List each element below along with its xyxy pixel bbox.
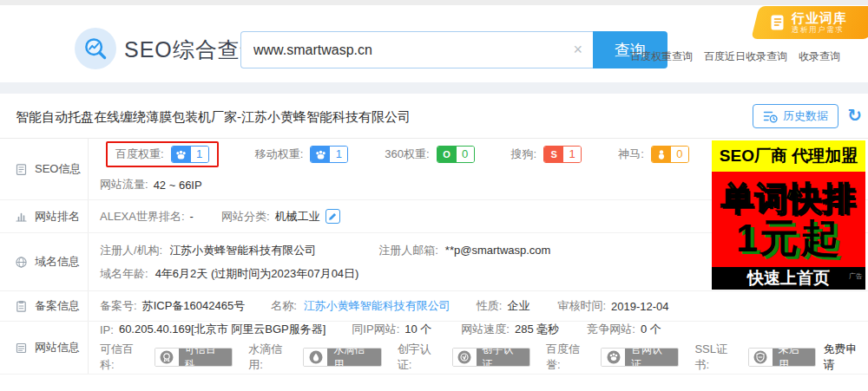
water-drop-credit-badge[interactable]: 水滴信用: [303, 348, 381, 367]
traffic-label: 网站流量:: [100, 177, 148, 192]
baidu-official-cert-badge[interactable]: 官网认证: [601, 348, 679, 367]
weight-value: 1: [563, 147, 581, 162]
search-input[interactable]: [240, 31, 593, 68]
section-divider-band: [0, 82, 868, 94]
cert-label: 水滴信用:: [248, 342, 296, 373]
ssl-shield-icon: [749, 349, 773, 366]
ad-line4-bar: 快速上首页 广告: [712, 267, 865, 290]
refresh-icon[interactable]: ↻: [847, 105, 862, 126]
sidebar-item-icp-info[interactable]: 备案信息: [0, 291, 89, 321]
header: SEO综合查询 × 查询 百度权重查询 百度近日收录查询 收录查询 行业词库: [0, 5, 868, 82]
search-input-wrap: ×: [240, 31, 593, 68]
link-baidu-recent-index-query[interactable]: 百度近日收录查询: [704, 49, 787, 64]
alexa-value: -: [190, 210, 194, 223]
ad-tag: 广告: [849, 265, 863, 288]
same-ip-label: 同IP网站:: [352, 322, 399, 337]
icp-audit-label: 审核时间:: [557, 298, 606, 314]
document-icon: [15, 163, 28, 176]
sidebar-item-site-rank[interactable]: 网站排名: [0, 200, 89, 232]
ribbon-title: 行业词库: [792, 10, 847, 25]
competitor-label: 竞争网站:: [587, 322, 635, 337]
icp-audit-value: 2019-12-04: [611, 300, 669, 313]
weight-label: 搜狗:: [511, 147, 537, 162]
cert-trusted-baike: 可信百科: 可信百科: [100, 342, 233, 373]
cert-label: 百度信誉:: [546, 342, 594, 373]
360-weight-badge[interactable]: O 0: [437, 146, 475, 163]
link-index-query[interactable]: 收录查询: [799, 49, 840, 64]
sidebar-item-site-info[interactable]: 网站信息: [0, 322, 89, 374]
sogou-weight-badge[interactable]: S 1: [543, 146, 582, 163]
baidu-weight-badge[interactable]: 1: [171, 146, 209, 163]
ip-value: 60.205.40.169[北京市 阿里云BGP服务器]: [119, 322, 326, 337]
ad-line1: SEO厂商 代理加盟: [712, 140, 865, 172]
icp-number-value: 苏ICP备16042465号: [142, 298, 246, 314]
weight-label: 百度权重:: [115, 147, 164, 162]
weight-value: 1: [191, 147, 208, 162]
sidebar-item-label: 备案信息: [35, 298, 80, 314]
icp-name-label: 名称:: [271, 298, 297, 314]
icp-name-link[interactable]: 江苏小黄蜂智能科技有限公司: [304, 298, 450, 314]
registrant-value: 江苏小黄蜂智能科技有限公司: [169, 243, 316, 258]
industry-thesaurus-ribbon[interactable]: 行业词库 透析用户需求: [755, 6, 868, 39]
icp-number-label: 备案号:: [100, 298, 137, 314]
certs-row: 可信百科: 可信百科 水滴信用:: [100, 341, 868, 374]
weight-item-sogou: 搜狗: S 1: [511, 146, 582, 163]
baidu-paw-icon: [602, 349, 625, 366]
cert-label: 创宇认证:: [398, 342, 445, 373]
sidebar-item-domain-info[interactable]: 域名信息: [0, 233, 89, 290]
weight-item-baidu: 百度权重: 1: [115, 146, 209, 163]
weight-label: 移动权重:: [255, 147, 304, 162]
header-links: 百度权重查询 百度近日收录查询 收录查询: [630, 49, 840, 64]
page-title: 智能自动托盘在线缠绕薄膜包装机厂家-江苏小黄蜂智能科技有限公司: [16, 109, 411, 126]
free-apply-link[interactable]: 免费申请: [823, 342, 868, 373]
domain-age-value: 4年6月2天 (过期时间为2023年07月04日): [155, 266, 359, 282]
trusted-baike-badge[interactable]: 可信百科: [155, 348, 233, 367]
globe-icon: [15, 256, 28, 269]
history-list-clock-icon: [763, 110, 778, 123]
ad-line3: 1元起: [736, 218, 841, 258]
section-icp-info: 备案信息 备案号: 苏ICP备16042465号 名称: 江苏小黄蜂智能科技有限…: [0, 291, 868, 322]
chuangyu-cert-badge[interactable]: 创宇认证: [452, 348, 530, 367]
ad-line2: 单词快排: [721, 180, 857, 218]
registrant-label: 注册人/机构:: [100, 243, 162, 258]
magnifier-trend-icon: [82, 36, 108, 62]
weight-item-360: 360权重: O 0: [385, 146, 474, 163]
shenma-weight-badge[interactable]: 0: [651, 146, 689, 163]
weight-item-shenma: 神马: 0: [618, 146, 689, 163]
edit-category-icon[interactable]: [326, 209, 340, 224]
ssl-cert-badge[interactable]: 未启用: [748, 348, 816, 367]
ad-body: 单词快排 1元起: [712, 172, 865, 267]
ad-line4: 快速上首页: [747, 269, 830, 287]
history-data-button[interactable]: 历史数据: [753, 104, 838, 128]
seo-query-page: SEO综合查询 × 查询 百度权重查询 百度近日收录查询 收录查询 行业词库: [0, 0, 868, 391]
weight-value: 1: [330, 147, 347, 162]
shenma-icon: [652, 147, 671, 162]
weight-label: 360权重:: [385, 147, 429, 162]
clipboard-icon: [15, 300, 28, 313]
history-button-label: 历史数据: [783, 108, 828, 124]
medal-icon: [155, 349, 179, 366]
ip-row: IP: 60.205.40.169[北京市 阿里云BGP服务器] 同IP网站: …: [100, 322, 868, 337]
weight-value: 0: [457, 147, 474, 162]
sogou-icon: S: [544, 147, 563, 162]
cert-badge-text: 创宇认证: [477, 349, 530, 366]
speed-value: 285 毫秒: [515, 322, 559, 337]
category-label: 网站分类:: [221, 209, 270, 225]
speed-label: 网站速度:: [461, 322, 510, 337]
sidebar-item-label: 网站排名: [35, 209, 80, 225]
weight-value: 0: [671, 147, 688, 162]
link-baidu-weight-query[interactable]: 百度权重查询: [630, 49, 693, 64]
clear-icon[interactable]: ×: [573, 39, 582, 60]
book-icon: [769, 14, 786, 32]
sidebar-item-label: 网站信息: [35, 340, 80, 355]
ip-label: IP:: [100, 323, 114, 336]
baidu-paw-icon: [311, 147, 330, 162]
sidebar-item-seo-info[interactable]: SEO信息: [0, 139, 89, 199]
icp-nature-label: 性质:: [477, 298, 503, 314]
cert-chuangyu: 创宇认证: 创宇认证: [398, 342, 530, 373]
main-area: SEO信息 百度权重: 1: [0, 139, 868, 391]
mobile-weight-badge[interactable]: 1: [310, 146, 348, 163]
cert-badge-text: 可信百科: [179, 349, 233, 366]
ad-banner[interactable]: SEO厂商 代理加盟 单词快排 1元起 快速上首页 广告: [712, 140, 865, 290]
result-title-bar: 智能自动托盘在线缠绕薄膜包装机厂家-江苏小黄蜂智能科技有限公司 历史数据 ↻: [0, 94, 868, 139]
